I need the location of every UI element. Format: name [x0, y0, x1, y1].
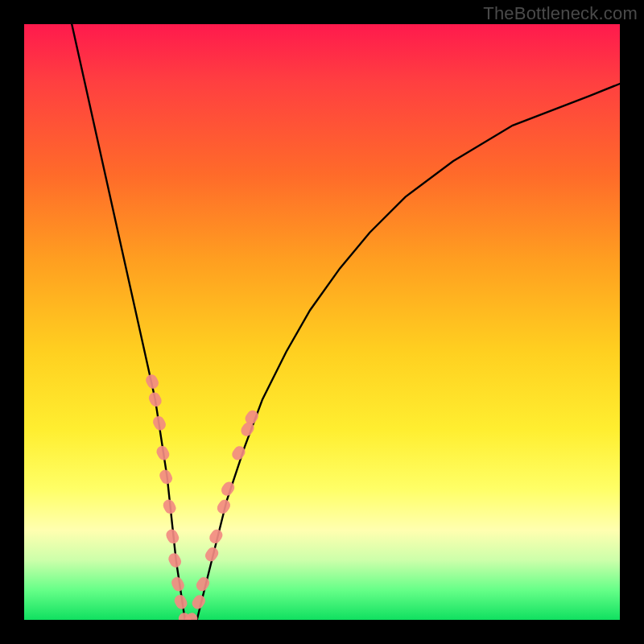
marker-point — [164, 527, 181, 545]
curve-layer — [24, 24, 620, 620]
marker-point — [172, 593, 189, 611]
marker-point — [158, 468, 175, 485]
plot-area — [24, 24, 620, 620]
chart-frame: TheBottleneck.com — [0, 0, 644, 644]
marker-point — [219, 480, 237, 498]
marker-point — [194, 575, 212, 593]
marker-point — [161, 497, 178, 515]
marker-point — [169, 575, 186, 592]
marker-point — [203, 545, 221, 564]
marker-point — [167, 551, 184, 569]
marker-point — [190, 592, 208, 611]
bottleneck-curve — [72, 24, 620, 620]
marker-point — [144, 373, 161, 390]
marker-point — [207, 527, 225, 546]
marker-point — [151, 415, 168, 432]
watermark-text: TheBottleneck.com — [483, 3, 638, 24]
marker-group — [144, 373, 261, 620]
marker-point — [147, 390, 163, 408]
marker-point — [215, 497, 233, 516]
marker-point — [155, 444, 171, 462]
